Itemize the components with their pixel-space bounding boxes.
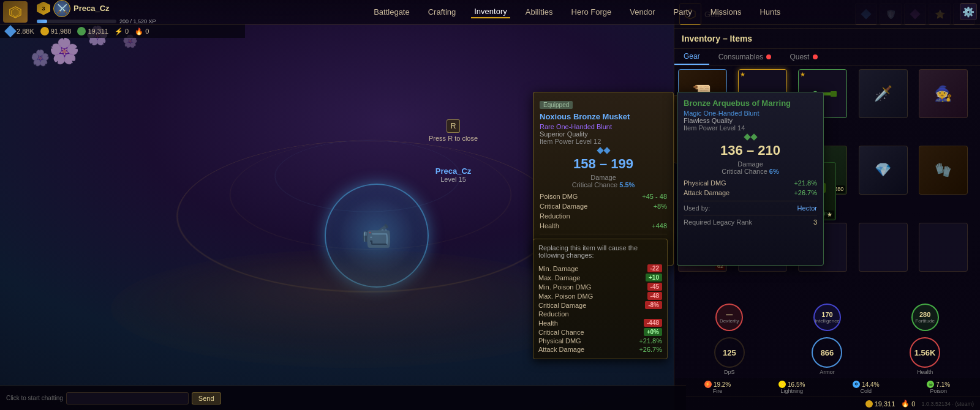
item-slot-9[interactable]: 💎 [859, 146, 908, 195]
xp-bar [37, 20, 116, 23]
nav-battlegate[interactable]: Battlegate [371, 6, 413, 18]
send-button[interactable]: Send [192, 392, 221, 404]
cold-icon: ❄ [853, 381, 860, 388]
decoration-flowers: 🌸 [49, 37, 80, 65]
equipped-stat-crit-dmg: Critical Damage +8% [540, 201, 667, 211]
player-avatar: ⚔️ [53, 0, 70, 17]
top-nav: 3 ⚔️ Preca_Cz 200 / 1,520 XP Battlegate … [0, 0, 980, 24]
other-stat: 🔥 0 [135, 28, 149, 35]
char-level: Level 15 [429, 176, 478, 183]
xp-fill [37, 20, 47, 23]
equipped-item-name: Noxious Bronze Musket [540, 112, 667, 121]
new-item-name: Bronze Arquebus of Marring [684, 99, 817, 108]
bottom-other-value: 0 [911, 400, 915, 408]
nav-links: Battlegate Crafting Inventory Abilities … [175, 6, 980, 18]
equipped-damage-label: Damage [540, 174, 667, 181]
lightning-icon: ⚡ [778, 381, 786, 388]
inv-title: Inventory – Items [682, 34, 752, 43]
svg-marker-1 [12, 8, 20, 17]
poison-icon: ☠ [927, 381, 934, 388]
new-item-divider [684, 135, 817, 140]
new-item-quality: Magic One-Handed Blunt [684, 110, 817, 117]
char-name: Preca_Cz [429, 166, 478, 176]
gold-stat: 91,988 [40, 27, 72, 35]
bottom-gold-icon [865, 400, 873, 408]
item-slot-10[interactable]: 🧤 [919, 146, 968, 195]
tab-quest[interactable]: Quest [780, 50, 826, 64]
dps-value: 125 [714, 337, 745, 368]
item-slot-4[interactable]: 🗡️ [859, 69, 908, 118]
close-key: R [447, 119, 460, 133]
health-label: Health [917, 369, 933, 375]
new-item-tooltip: Bronze Arquebus of Marring Magic One-Han… [677, 92, 824, 266]
diff-max-damage: Max. Damage +10 [538, 273, 662, 282]
close-text: Press R to close [429, 135, 478, 142]
armor-circle: 866 Armor [812, 337, 842, 375]
new-item-damage: 136 – 210 [684, 143, 817, 158]
click-to-chat[interactable]: Click to start chatting [6, 395, 63, 401]
equipped-stat-reduction: Reduction [540, 211, 667, 221]
diff-max-poison: Max. Poison DMG -48 [538, 291, 662, 300]
new-item-level: Item Power Level 14 [684, 124, 817, 132]
stats-bar: 2.88K 91,988 19,311 ⚡ 0 🔥 0 [0, 24, 245, 38]
nav-hero-forge[interactable]: Hero Forge [568, 6, 615, 18]
equipped-stat-health: Health +448 [540, 221, 667, 231]
item-slot-15[interactable] [919, 223, 968, 272]
cold-label: Cold [861, 388, 872, 394]
bolt-stat: ⚡ 0 [115, 28, 129, 35]
nav-missions[interactable]: Missions [707, 6, 745, 18]
elem-fire: ⚡ 19.2% Fire [704, 381, 731, 394]
nav-crafting[interactable]: Crafting [425, 6, 459, 18]
inv-header: Inventory – Items [674, 29, 980, 49]
item-slot-5[interactable]: 🧙 [919, 69, 968, 118]
new-item-crit: Critical Chance 6% [684, 168, 817, 175]
char-tooltip: R Press R to close Preca_Cz Level 15 [429, 119, 478, 183]
attr-dexterity: — Dexterity [715, 304, 743, 331]
diff-crit-chance: Critical Chance +0% [538, 327, 662, 337]
diff-crit-dmg: Critical Damage -8% [538, 300, 662, 310]
new-item-sub-quality: Flawless Quality [684, 117, 817, 124]
fire-pct: 19.2% [714, 381, 731, 388]
lightning-label: Lightning [780, 388, 803, 394]
equipped-divider [540, 148, 667, 153]
dps-label: DpS [724, 369, 735, 375]
equipped-level: Item Power Level 12 [540, 138, 667, 145]
nav-hunts[interactable]: Hunts [756, 6, 783, 18]
health-circle: 1.56K Health [910, 337, 940, 375]
xp-label: 200 / 1,520 XP [119, 18, 156, 24]
player-info: 3 ⚔️ Preca_Cz 200 / 1,520 XP [37, 0, 156, 24]
armor-label: Armor [820, 369, 835, 375]
bottom-currency-row: 19,311 🔥 0 1.0.3.52134 · (steam) [674, 397, 980, 410]
game-logo[interactable] [3, 1, 28, 23]
player-name: Preca_Cz [74, 4, 110, 13]
diff-attack: Attack Damage +26.7% [538, 345, 662, 354]
dah-circles: 125 DpS 866 Armor 1.56K Health [674, 334, 980, 378]
cold-pct: 14.4% [862, 381, 879, 388]
item-slot-14[interactable] [859, 223, 908, 272]
gold-icon [40, 27, 49, 35]
diff-title: Replacing this item will cause the follo… [538, 244, 662, 259]
poison-label: Poison [930, 388, 947, 394]
bottom-other: 🔥 0 [901, 400, 915, 408]
chat-input[interactable] [66, 392, 189, 404]
elem-lightning: ⚡ 16.5% Lightning [778, 381, 805, 394]
nav-inventory[interactable]: Inventory [471, 6, 510, 18]
tab-consumables[interactable]: Consumables [709, 50, 781, 64]
diff-health: Health -448 [538, 318, 662, 327]
diff-min-damage: Min. Damage -22 [538, 264, 662, 273]
version-text: 1.0.3.52134 · (steam) [921, 401, 974, 407]
nav-party[interactable]: Party [670, 6, 695, 18]
green-icon [77, 27, 86, 35]
attr-circles: — Dexterity 170 Intelligence 280 Fortitu… [674, 300, 980, 334]
equipped-stat-poison: Poison DMG +45 - 48 [540, 192, 667, 201]
player-name-row: 3 ⚔️ Preca_Cz [37, 0, 156, 17]
settings-icon[interactable]: ⚙️ [960, 3, 977, 20]
fire-icon: ⚡ [704, 381, 712, 388]
health-value: 1.56K [910, 337, 940, 368]
diff-physical: Physical DMG +21.8% [538, 337, 662, 345]
nav-abilities[interactable]: Abilities [522, 6, 556, 18]
dps-circle: 125 DpS [714, 337, 745, 375]
equipped-quality: Rare One-Handed Blunt [540, 123, 667, 130]
tab-gear[interactable]: Gear [674, 49, 709, 65]
nav-vendor[interactable]: Vendor [627, 6, 658, 18]
